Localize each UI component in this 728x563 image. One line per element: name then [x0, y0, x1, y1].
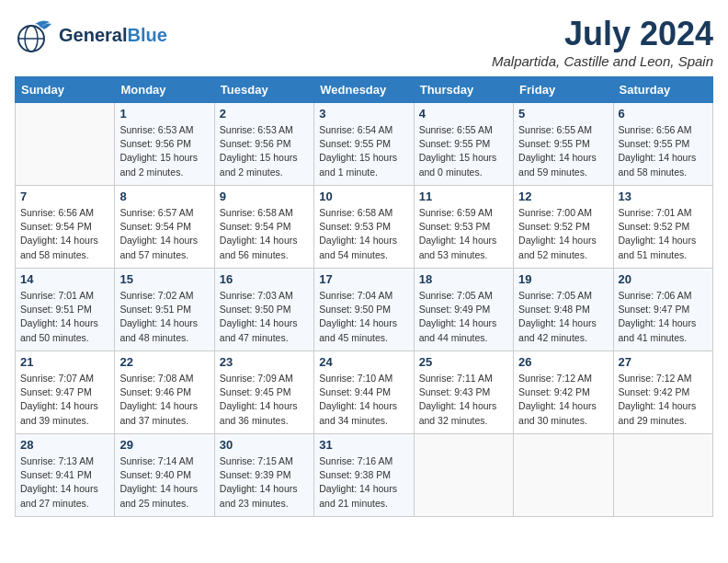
calendar-cell: 20Sunrise: 7:06 AM Sunset: 9:47 PM Dayli…	[613, 269, 712, 351]
day-number: 28	[20, 438, 109, 452]
weekday-row: SundayMondayTuesdayWednesdayThursdayFrid…	[16, 77, 713, 103]
day-info: Sunrise: 6:55 AM Sunset: 9:55 PM Dayligh…	[518, 123, 608, 179]
calendar-table: SundayMondayTuesdayWednesdayThursdayFrid…	[15, 76, 713, 517]
day-number: 6	[619, 107, 708, 121]
calendar-cell: 10Sunrise: 6:58 AM Sunset: 9:53 PM Dayli…	[314, 186, 414, 269]
calendar-cell: 7Sunrise: 6:56 AM Sunset: 9:54 PM Daylig…	[16, 186, 115, 269]
day-info: Sunrise: 7:05 AM Sunset: 9:48 PM Dayligh…	[518, 289, 608, 345]
day-info: Sunrise: 7:05 AM Sunset: 9:49 PM Dayligh…	[419, 289, 508, 345]
day-number: 1	[119, 107, 209, 121]
day-info: Sunrise: 7:07 AM Sunset: 9:47 PM Dayligh…	[20, 372, 109, 428]
day-info: Sunrise: 7:00 AM Sunset: 9:52 PM Dayligh…	[518, 206, 608, 262]
calendar-cell: 8Sunrise: 6:57 AM Sunset: 9:54 PM Daylig…	[115, 186, 214, 269]
weekday-saturday: Saturday	[613, 77, 712, 103]
day-number: 12	[518, 190, 608, 203]
calendar-cell: 16Sunrise: 7:03 AM Sunset: 9:50 PM Dayli…	[214, 269, 313, 351]
calendar-cell: 24Sunrise: 7:10 AM Sunset: 9:44 PM Dayli…	[314, 351, 414, 434]
day-info: Sunrise: 7:16 AM Sunset: 9:38 PM Dayligh…	[319, 454, 408, 511]
day-number: 26	[518, 355, 608, 369]
day-info: Sunrise: 6:56 AM Sunset: 9:54 PM Dayligh…	[20, 206, 109, 262]
day-info: Sunrise: 7:01 AM Sunset: 9:52 PM Dayligh…	[619, 206, 708, 262]
day-info: Sunrise: 7:13 AM Sunset: 9:41 PM Dayligh…	[20, 454, 109, 511]
day-info: Sunrise: 6:58 AM Sunset: 9:54 PM Dayligh…	[220, 206, 309, 262]
day-info: Sunrise: 7:14 AM Sunset: 9:40 PM Dayligh…	[119, 454, 209, 511]
calendar-cell: 3Sunrise: 6:54 AM Sunset: 9:55 PM Daylig…	[314, 103, 414, 186]
weekday-monday: Monday	[115, 77, 214, 103]
logo-text: GeneralBlue	[59, 25, 167, 45]
day-info: Sunrise: 7:15 AM Sunset: 9:39 PM Dayligh…	[220, 454, 309, 511]
calendar-cell: 14Sunrise: 7:01 AM Sunset: 9:51 PM Dayli…	[16, 269, 115, 351]
page-header: GeneralBlue July 2024 Malpartida, Castil…	[15, 15, 713, 69]
day-number: 10	[319, 190, 408, 203]
day-number: 20	[619, 272, 708, 286]
day-info: Sunrise: 7:03 AM Sunset: 9:50 PM Dayligh…	[220, 289, 309, 345]
weekday-thursday: Thursday	[414, 77, 513, 103]
day-number: 23	[220, 355, 309, 369]
logo: GeneralBlue	[15, 15, 167, 55]
calendar-cell: 6Sunrise: 6:56 AM Sunset: 9:55 PM Daylig…	[613, 103, 712, 186]
calendar-cell: 13Sunrise: 7:01 AM Sunset: 9:52 PM Dayli…	[613, 186, 712, 269]
day-number: 13	[619, 190, 708, 203]
calendar-cell	[514, 434, 613, 517]
day-info: Sunrise: 7:12 AM Sunset: 9:42 PM Dayligh…	[518, 372, 608, 428]
day-info: Sunrise: 7:10 AM Sunset: 9:44 PM Dayligh…	[319, 372, 408, 428]
day-number: 14	[20, 272, 109, 286]
weekday-sunday: Sunday	[16, 77, 115, 103]
logo-line1: General	[59, 25, 127, 45]
weekday-wednesday: Wednesday	[314, 77, 414, 103]
day-info: Sunrise: 7:11 AM Sunset: 9:43 PM Dayligh…	[419, 372, 508, 428]
day-number: 29	[119, 438, 209, 452]
calendar-cell: 27Sunrise: 7:12 AM Sunset: 9:42 PM Dayli…	[613, 351, 712, 434]
week-row-3: 14Sunrise: 7:01 AM Sunset: 9:51 PM Dayli…	[16, 269, 713, 351]
day-number: 11	[419, 190, 508, 203]
day-info: Sunrise: 7:02 AM Sunset: 9:51 PM Dayligh…	[119, 289, 209, 345]
day-info: Sunrise: 6:58 AM Sunset: 9:53 PM Dayligh…	[319, 206, 408, 262]
day-number: 4	[419, 107, 508, 121]
day-number: 27	[619, 355, 708, 369]
day-number: 7	[20, 190, 109, 203]
day-info: Sunrise: 7:04 AM Sunset: 9:50 PM Dayligh…	[319, 289, 408, 345]
day-info: Sunrise: 6:54 AM Sunset: 9:55 PM Dayligh…	[319, 123, 408, 179]
title-block: July 2024 Malpartida, Castille and Leon,…	[492, 15, 713, 69]
calendar-cell: 15Sunrise: 7:02 AM Sunset: 9:51 PM Dayli…	[115, 269, 214, 351]
calendar-cell: 4Sunrise: 6:55 AM Sunset: 9:55 PM Daylig…	[414, 103, 513, 186]
calendar-cell	[613, 434, 712, 517]
week-row-1: 1Sunrise: 6:53 AM Sunset: 9:56 PM Daylig…	[16, 103, 713, 186]
month-title: July 2024	[492, 15, 713, 53]
calendar-cell: 23Sunrise: 7:09 AM Sunset: 9:45 PM Dayli…	[214, 351, 313, 434]
day-info: Sunrise: 7:09 AM Sunset: 9:45 PM Dayligh…	[220, 372, 309, 428]
calendar-cell	[16, 103, 115, 186]
calendar-cell: 1Sunrise: 6:53 AM Sunset: 9:56 PM Daylig…	[115, 103, 214, 186]
calendar-cell: 17Sunrise: 7:04 AM Sunset: 9:50 PM Dayli…	[314, 269, 414, 351]
day-info: Sunrise: 6:53 AM Sunset: 9:56 PM Dayligh…	[119, 123, 209, 179]
weekday-friday: Friday	[514, 77, 613, 103]
day-number: 5	[518, 107, 608, 121]
day-info: Sunrise: 6:53 AM Sunset: 9:56 PM Dayligh…	[220, 123, 309, 179]
day-number: 3	[319, 107, 408, 121]
logo-icon	[15, 15, 55, 55]
calendar-cell: 18Sunrise: 7:05 AM Sunset: 9:49 PM Dayli…	[414, 269, 513, 351]
day-number: 8	[119, 190, 209, 203]
day-number: 15	[119, 272, 209, 286]
calendar-cell: 31Sunrise: 7:16 AM Sunset: 9:38 PM Dayli…	[314, 434, 414, 517]
calendar-cell: 19Sunrise: 7:05 AM Sunset: 9:48 PM Dayli…	[514, 269, 613, 351]
day-number: 17	[319, 272, 408, 286]
day-info: Sunrise: 6:55 AM Sunset: 9:55 PM Dayligh…	[419, 123, 508, 179]
logo-line2: Blue	[127, 25, 166, 45]
day-number: 25	[419, 355, 508, 369]
day-info: Sunrise: 6:59 AM Sunset: 9:53 PM Dayligh…	[419, 206, 508, 262]
day-info: Sunrise: 6:57 AM Sunset: 9:54 PM Dayligh…	[119, 206, 209, 262]
calendar-cell: 22Sunrise: 7:08 AM Sunset: 9:46 PM Dayli…	[115, 351, 214, 434]
calendar-cell: 26Sunrise: 7:12 AM Sunset: 9:42 PM Dayli…	[514, 351, 613, 434]
day-number: 18	[419, 272, 508, 286]
day-info: Sunrise: 7:01 AM Sunset: 9:51 PM Dayligh…	[20, 289, 109, 345]
week-row-4: 21Sunrise: 7:07 AM Sunset: 9:47 PM Dayli…	[16, 351, 713, 434]
calendar-cell: 25Sunrise: 7:11 AM Sunset: 9:43 PM Dayli…	[414, 351, 513, 434]
day-number: 19	[518, 272, 608, 286]
weekday-tuesday: Tuesday	[214, 77, 313, 103]
calendar-cell: 11Sunrise: 6:59 AM Sunset: 9:53 PM Dayli…	[414, 186, 513, 269]
calendar-cell: 29Sunrise: 7:14 AM Sunset: 9:40 PM Dayli…	[115, 434, 214, 517]
day-number: 16	[220, 272, 309, 286]
calendar-cell: 30Sunrise: 7:15 AM Sunset: 9:39 PM Dayli…	[214, 434, 313, 517]
day-number: 31	[319, 438, 408, 452]
